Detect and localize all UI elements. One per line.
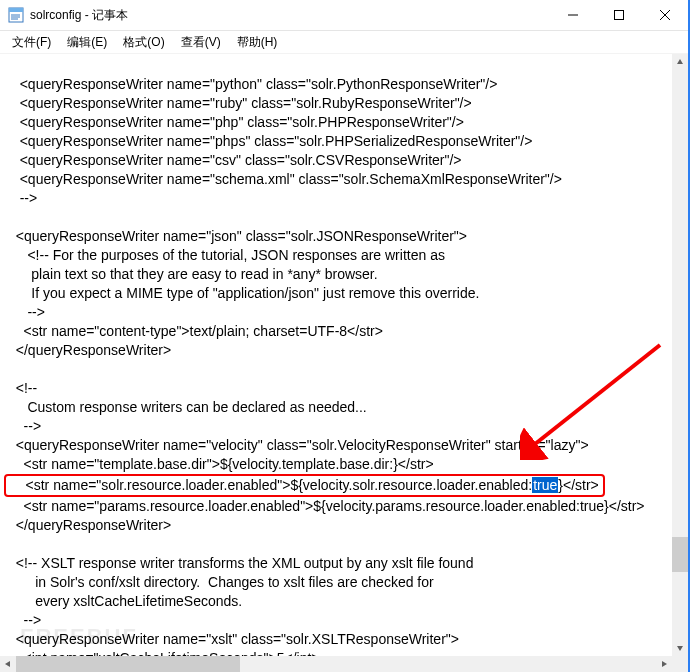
- code-line: <str name="template.base.dir">${velocity…: [8, 456, 434, 472]
- svg-marker-12: [677, 646, 683, 651]
- scroll-down-button[interactable]: [672, 640, 688, 656]
- scroll-left-button[interactable]: [0, 656, 16, 672]
- code-line: <str name="content-type">text/plain; cha…: [8, 323, 383, 339]
- code-line: <queryResponseWriter name="xslt" class="…: [8, 631, 459, 647]
- code-line: <queryResponseWriter name="schema.xml" c…: [8, 171, 562, 187]
- code-line: <!-- For the purposes of the tutorial, J…: [8, 247, 445, 263]
- code-line: If you expect a MIME type of "applicatio…: [8, 285, 479, 301]
- code-line: -->: [8, 418, 41, 434]
- code-line: -->: [8, 612, 41, 628]
- scroll-corner: [672, 656, 688, 672]
- code-line: every xsltCacheLifetimeSeconds.: [8, 593, 242, 609]
- menu-edit[interactable]: 编辑(E): [61, 32, 113, 53]
- vertical-scroll-track[interactable]: [672, 70, 688, 640]
- minimize-button[interactable]: [550, 0, 596, 30]
- code-line: <!-- XSLT response writer transforms the…: [8, 555, 473, 571]
- vertical-scrollbar[interactable]: [672, 54, 688, 656]
- code-segment: }</str>: [558, 477, 598, 493]
- svg-marker-13: [5, 661, 10, 667]
- notepad-icon: [8, 7, 24, 23]
- code-line: <str name="params.resource.loader.enable…: [8, 498, 645, 514]
- svg-marker-14: [662, 661, 667, 667]
- code-line: <queryResponseWriter name="python" class…: [8, 76, 497, 92]
- code-line: <queryResponseWriter name="csv" class="s…: [8, 152, 462, 168]
- menu-view[interactable]: 查看(V): [175, 32, 227, 53]
- svg-marker-11: [677, 59, 683, 64]
- highlighted-line: <str name="solr.resource.loader.enabled"…: [4, 474, 605, 497]
- editor-area: <queryResponseWriter name="python" class…: [0, 54, 688, 672]
- code-line: <queryResponseWriter name="php" class="s…: [8, 114, 464, 130]
- menu-bar: 文件(F) 编辑(E) 格式(O) 查看(V) 帮助(H): [0, 31, 688, 54]
- vertical-scroll-thumb[interactable]: [672, 537, 688, 571]
- title-bar: solrconfig - 记事本: [0, 0, 688, 31]
- window-title: solrconfig - 记事本: [30, 7, 128, 24]
- scroll-up-button[interactable]: [672, 54, 688, 70]
- horizontal-scrollbar[interactable]: [0, 656, 672, 672]
- menu-format[interactable]: 格式(O): [117, 32, 170, 53]
- code-line: <queryResponseWriter name="json" class="…: [8, 228, 467, 244]
- code-line: </queryResponseWriter>: [8, 342, 171, 358]
- code-line: -->: [8, 190, 37, 206]
- close-button[interactable]: [642, 0, 688, 30]
- horizontal-scroll-track[interactable]: [16, 656, 656, 672]
- code-line: <!--: [8, 380, 37, 396]
- menu-help[interactable]: 帮助(H): [231, 32, 284, 53]
- code-line: plain text so that they are easy to read…: [8, 266, 378, 282]
- code-line: <queryResponseWriter name="phps" class="…: [8, 133, 532, 149]
- svg-rect-6: [615, 11, 624, 20]
- scroll-right-button[interactable]: [656, 656, 672, 672]
- selected-text: true: [532, 477, 558, 493]
- svg-rect-1: [9, 8, 23, 12]
- code-line: <queryResponseWriter name="velocity" cla…: [8, 437, 589, 453]
- notepad-window: solrconfig - 记事本 文件(F) 编辑(E) 格式(O) 查看(V)…: [0, 0, 690, 672]
- menu-file[interactable]: 文件(F): [6, 32, 57, 53]
- code-line: <queryResponseWriter name="ruby" class="…: [8, 95, 472, 111]
- code-segment: <str name="solr.resource.loader.enabled"…: [10, 477, 532, 493]
- code-line: -->: [8, 304, 45, 320]
- code-line: Custom response writers can be declared …: [8, 399, 367, 415]
- text-editor[interactable]: <queryResponseWriter name="python" class…: [0, 54, 672, 656]
- code-line: in Solr's conf/xslt directory. Changes t…: [8, 574, 434, 590]
- maximize-button[interactable]: [596, 0, 642, 30]
- horizontal-scroll-thumb[interactable]: [16, 656, 240, 672]
- code-line: </queryResponseWriter>: [8, 517, 171, 533]
